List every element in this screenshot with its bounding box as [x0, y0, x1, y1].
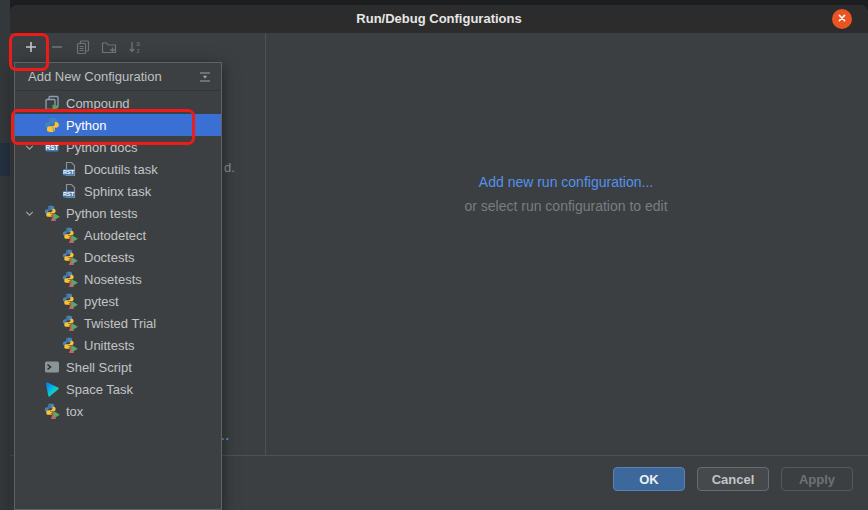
tree-item-label: Python: [66, 118, 106, 133]
panel-divider: [265, 33, 266, 455]
tree-item-twisted-trial[interactable]: Twisted Trial: [15, 312, 221, 334]
tree-item-doctests[interactable]: Doctests: [15, 246, 221, 268]
chevron-spacer: [23, 315, 44, 331]
tree-item-label: Unittests: [84, 338, 135, 353]
shell-script-icon: [44, 359, 60, 375]
close-button[interactable]: [832, 9, 852, 29]
configurations-toolbar: az: [10, 33, 143, 64]
space-icon: [44, 381, 60, 397]
obscured-text-fragment: d.: [224, 160, 235, 175]
tree-item-space-task[interactable]: Space Task: [15, 378, 221, 400]
tree-item-python-docs[interactable]: RSTPython docs: [15, 136, 221, 158]
chevron-spacer: [23, 249, 44, 265]
new-folder-icon: [101, 39, 117, 59]
python-tests-icon: [62, 271, 78, 287]
tree-item-label: Doctests: [84, 250, 135, 265]
popup-title: Add New Configuration: [28, 69, 162, 84]
tree-item-label: Sphinx task: [84, 184, 151, 199]
tree-item-python-tests[interactable]: Python tests: [15, 202, 221, 224]
new-folder-button[interactable]: [100, 40, 117, 57]
python-tests-icon: [44, 205, 60, 221]
remove-button[interactable]: [48, 40, 65, 57]
svg-text:RST: RST: [63, 169, 75, 175]
tree-item-python[interactable]: Python: [15, 114, 221, 136]
rst-file-icon: RST: [62, 161, 78, 177]
chevron-spacer: [23, 403, 44, 419]
apply-button[interactable]: Apply: [781, 467, 853, 491]
background-ide-strip: [0, 0, 10, 510]
chevron-spacer: [23, 117, 44, 133]
chevron-spacer: [23, 381, 44, 397]
tree-item-autodetect[interactable]: Autodetect: [15, 224, 221, 246]
tree-item-label: Shell Script: [66, 360, 132, 375]
svg-text:a: a: [136, 40, 140, 47]
chevron-down-icon[interactable]: [23, 139, 44, 155]
svg-text:z: z: [136, 47, 139, 54]
chevron-spacer: [23, 293, 44, 309]
python-tests-icon: [62, 227, 78, 243]
background-toolwindow-tab: [0, 143, 10, 176]
tree-item-label: Docutils task: [84, 162, 158, 177]
compound-icon: [44, 95, 60, 111]
tree-item-pytest[interactable]: pytest: [15, 290, 221, 312]
tree-item-label: Space Task: [66, 382, 133, 397]
python-tests-icon: [62, 249, 78, 265]
tree-item-label: tox: [66, 404, 83, 419]
ok-button[interactable]: OK: [613, 467, 685, 491]
chevron-spacer: [23, 95, 44, 111]
chevron-spacer: [23, 183, 44, 199]
add-button[interactable]: [22, 40, 39, 57]
filter-lines-icon[interactable]: [197, 69, 213, 85]
cancel-button[interactable]: Cancel: [697, 467, 769, 491]
python-icon: [44, 117, 60, 133]
tree-item-sphinx-task[interactable]: RSTSphinx task: [15, 180, 221, 202]
python-tests-icon: [62, 315, 78, 331]
close-icon: [836, 10, 848, 28]
chevron-spacer: [23, 227, 44, 243]
tree-item-label: Python tests: [66, 206, 138, 221]
tree-item-label: pytest: [84, 294, 119, 309]
chevron-spacer: [23, 271, 44, 287]
rst-icon: RST: [44, 139, 60, 155]
dialog-titlebar[interactable]: Run/Debug Configurations: [10, 5, 868, 33]
chevron-spacer: [23, 359, 44, 375]
sort-alphabetically-button[interactable]: az: [126, 40, 143, 57]
tree-item-label: Compound: [66, 96, 130, 111]
configuration-type-list: CompoundPythonRSTPython docsRSTDocutils …: [15, 91, 221, 422]
sort-az-icon: az: [127, 39, 143, 59]
empty-state-hint: Add new run configuration... or select r…: [266, 173, 866, 214]
svg-text:RST: RST: [63, 191, 75, 197]
tree-item-nosetests[interactable]: Nosetests: [15, 268, 221, 290]
dialog-title: Run/Debug Configurations: [10, 5, 868, 33]
chevron-spacer: [23, 337, 44, 353]
obscured-templates-link-fragment[interactable]: ..: [221, 428, 230, 443]
select-configuration-hint: or select run configuration to edit: [266, 198, 866, 214]
tree-item-tox[interactable]: tox: [15, 400, 221, 422]
tree-item-shell-script[interactable]: Shell Script: [15, 356, 221, 378]
svg-text:RST: RST: [46, 144, 59, 151]
popup-header: Add New Configuration: [15, 63, 221, 91]
copy-button[interactable]: [74, 40, 91, 57]
tree-item-label: Autodetect: [84, 228, 146, 243]
python-tests-icon: [62, 293, 78, 309]
tree-item-compound[interactable]: Compound: [15, 92, 221, 114]
add-new-configuration-popup: Add New Configuration CompoundPythonRSTP…: [14, 62, 222, 510]
tree-item-docutils-task[interactable]: RSTDocutils task: [15, 158, 221, 180]
chevron-spacer: [23, 161, 44, 177]
remove-icon: [49, 39, 65, 59]
tree-item-label: Python docs: [66, 140, 138, 155]
tree-item-unittests[interactable]: Unittests: [15, 334, 221, 356]
add-new-run-configuration-link[interactable]: Add new run configuration...: [479, 174, 653, 190]
python-tests-icon: [62, 337, 78, 353]
chevron-down-icon[interactable]: [23, 205, 44, 221]
python-tests-icon: [44, 403, 60, 419]
tree-item-label: Nosetests: [84, 272, 142, 287]
add-icon: [23, 39, 39, 59]
rst-file-icon: RST: [62, 183, 78, 199]
copy-icon: [75, 39, 91, 59]
tree-item-label: Twisted Trial: [84, 316, 156, 331]
